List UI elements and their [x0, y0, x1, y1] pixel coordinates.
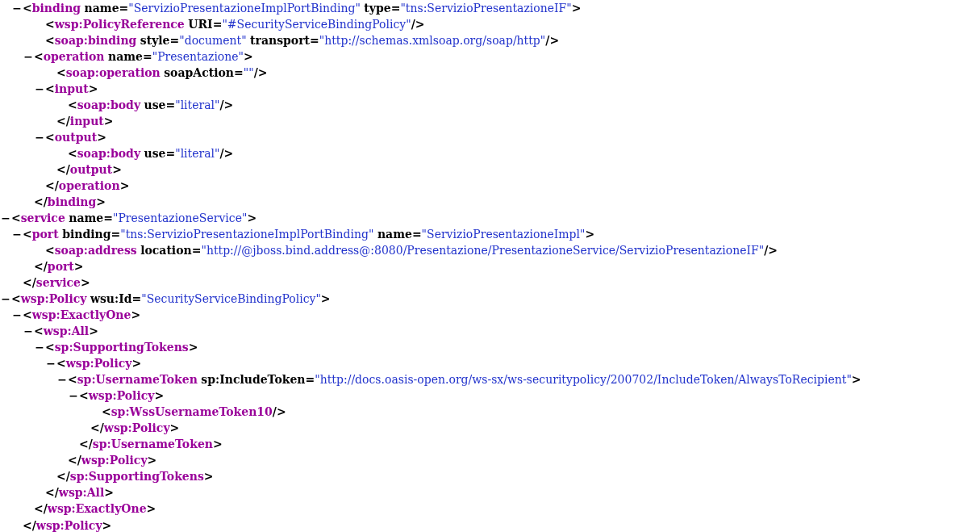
collapse-toggle-icon[interactable]: − — [68, 387, 79, 404]
xml-punct: < — [11, 212, 21, 224]
indent-spacer — [11, 97, 23, 113]
indent-spacer — [0, 258, 11, 274]
indent-spacer — [11, 65, 23, 81]
xml-attr-name: use — [144, 147, 166, 160]
xml-line: </wsp:Policy> — [0, 420, 980, 436]
xml-punct: = — [412, 228, 422, 241]
xml-attr-value: "ServizioPresentazioneImplPortBinding" — [128, 2, 361, 15]
xml-attr-value: "http://docs.oasis-open.org/ws-sx/ws-sec… — [315, 373, 852, 386]
xml-element-name: soap:binding — [55, 34, 137, 47]
xml-punct: /> — [254, 66, 268, 79]
toggle-placeholder — [34, 484, 45, 501]
indent-spacer — [23, 97, 34, 113]
xml-punct: </ — [68, 454, 81, 467]
xml-line: </wsp:Policy> — [0, 452, 980, 468]
indent-spacer — [34, 387, 45, 404]
xml-punct: </ — [45, 486, 59, 499]
xml-punct: > — [247, 212, 256, 224]
indent-spacer — [34, 355, 45, 371]
xml-punct: > — [131, 308, 140, 321]
indent-spacer — [0, 226, 11, 242]
collapse-toggle-icon[interactable]: − — [0, 210, 11, 226]
collapse-toggle-icon[interactable]: − — [23, 48, 34, 65]
xml-attr-value: "literal" — [175, 98, 219, 111]
xml-punct: > — [102, 519, 112, 532]
indent-spacer — [34, 113, 45, 129]
xml-line: −<wsp:Policy wsu:Id="SecurityServiceBind… — [0, 291, 980, 307]
xml-punct: > — [244, 50, 253, 63]
xml-punct: /> — [219, 98, 233, 111]
indent-spacer — [11, 113, 23, 129]
collapse-toggle-icon[interactable]: − — [45, 355, 56, 371]
indent-spacer — [0, 387, 11, 404]
indent-spacer — [23, 161, 34, 178]
xml-punct: > — [148, 454, 157, 467]
xml-punct: > — [852, 373, 861, 386]
indent-spacer — [0, 339, 11, 355]
collapse-toggle-icon[interactable]: − — [34, 339, 45, 355]
xml-element-name: port — [48, 260, 74, 273]
xml-line: <wsp:PolicyReference URI="#SecurityServi… — [0, 16, 980, 32]
indent-spacer — [11, 339, 23, 355]
indent-spacer — [0, 436, 11, 452]
xml-line: −<wsp:All> — [0, 323, 980, 339]
xml-punct: </ — [34, 260, 48, 273]
xml-attr-name: name — [69, 212, 103, 224]
xml-element-name: wsp:ExactlyOne — [32, 308, 131, 321]
indent-spacer — [23, 339, 34, 355]
indent-spacer — [0, 517, 11, 533]
collapse-toggle-icon[interactable]: − — [56, 371, 68, 387]
xml-attr-name: type — [364, 2, 390, 15]
xml-punct: > — [120, 179, 130, 192]
xml-punct: > — [112, 163, 122, 176]
xml-line: </wsp:All> — [0, 484, 980, 501]
xml-line: </sp:SupportingTokens> — [0, 468, 980, 484]
indent-spacer — [11, 194, 23, 210]
xml-element-name: sp:SupportingTokens — [55, 341, 189, 354]
xml-punct: < — [56, 357, 66, 370]
xml-element-name: wsp:Policy — [81, 454, 148, 467]
xml-punct: > — [154, 389, 164, 402]
collapse-toggle-icon[interactable]: − — [0, 291, 11, 307]
collapse-toggle-icon[interactable]: − — [11, 226, 23, 242]
collapse-toggle-icon[interactable]: − — [34, 81, 45, 97]
collapse-toggle-icon[interactable]: − — [34, 129, 45, 145]
indent-spacer — [34, 404, 45, 420]
indent-spacer — [11, 32, 23, 48]
xml-punct: </ — [56, 470, 70, 483]
xml-element-name: soap:body — [77, 147, 140, 160]
indent-spacer — [11, 16, 23, 32]
xml-attr-value: "PresentazioneService" — [113, 212, 247, 224]
indent-spacer — [0, 468, 11, 484]
toggle-placeholder — [79, 420, 90, 436]
xml-element-name: wsp:Policy — [66, 357, 132, 370]
xml-punct: = — [132, 292, 142, 305]
indent-spacer — [0, 371, 11, 387]
xml-element-name: sp:WssUsernameToken10 — [111, 405, 273, 418]
xml-punct: < — [23, 2, 32, 15]
collapse-toggle-icon[interactable]: − — [11, 307, 23, 323]
indent-spacer — [23, 145, 34, 161]
xml-punct: = — [111, 228, 121, 241]
xml-element-name: input — [55, 82, 89, 95]
xml-punct: /> — [411, 18, 425, 31]
indent-spacer — [23, 129, 34, 145]
indent-spacer — [11, 129, 23, 145]
xml-punct: </ — [23, 276, 36, 289]
collapse-toggle-icon[interactable]: − — [11, 0, 23, 16]
indent-spacer — [0, 420, 11, 436]
indent-spacer — [34, 65, 45, 81]
xml-attr-value: "http://schemas.xmlsoap.org/soap/http" — [319, 34, 546, 47]
indent-spacer — [11, 387, 23, 404]
indent-spacer — [23, 16, 34, 32]
collapse-toggle-icon[interactable]: − — [23, 323, 34, 339]
toggle-placeholder — [11, 274, 23, 291]
xml-punct: < — [68, 373, 77, 386]
xml-punct: < — [68, 98, 77, 111]
xml-element-name: binding — [32, 2, 81, 15]
xml-punct: = — [143, 50, 152, 63]
xml-element-name: service — [21, 212, 65, 224]
xml-punct: < — [45, 131, 55, 144]
indent-spacer — [23, 371, 34, 387]
xml-punct: < — [23, 228, 32, 241]
